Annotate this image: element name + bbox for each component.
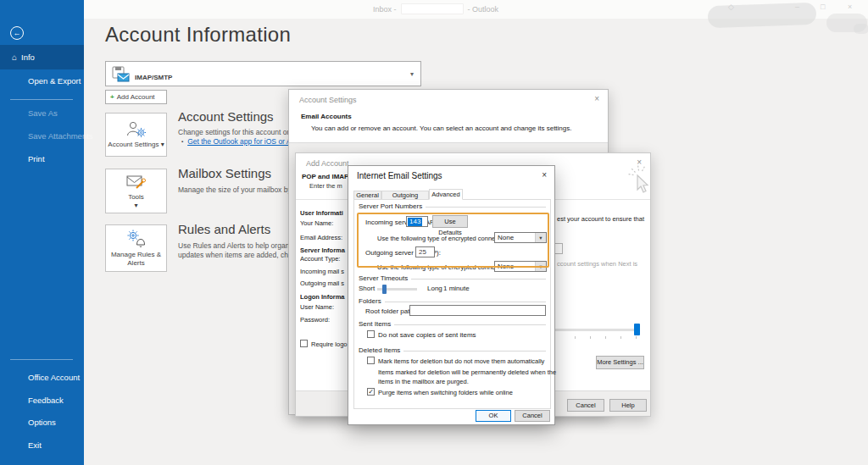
chevron-down-icon: ▾: [161, 141, 164, 148]
mail-offline-slider-track[interactable]: [555, 329, 639, 331]
outgoing-mail-server-label: Outgoing mail s: [300, 280, 349, 287]
sidebar-item-exit[interactable]: Exit: [28, 440, 42, 450]
logon-information-heading: Logon Informa: [300, 293, 349, 301]
sidebar-item-open-export[interactable]: Open & Export: [28, 76, 81, 86]
email-address-label: Email Address:: [300, 234, 349, 241]
close-icon[interactable]: ×: [542, 170, 547, 180]
purge-items-checkbox[interactable]: ✓: [367, 388, 375, 396]
user-name-label: User Name:: [300, 303, 349, 311]
account-selector[interactable]: IMAP/SMTP ▾: [105, 61, 421, 86]
require-logon-checkbox[interactable]: [300, 340, 308, 347]
sidebar-item-print[interactable]: Print: [28, 154, 45, 163]
encryption-dropdown-2[interactable]: None ▾: [494, 261, 547, 272]
sidebar-item-info[interactable]: ⌂Info: [0, 45, 84, 69]
user-information-heading: User Informati: [300, 209, 349, 217]
timeout-value: 1 minute: [443, 285, 470, 292]
encryption-value-2: None: [495, 262, 535, 271]
mark-items-deletion-checkbox[interactable]: [367, 357, 375, 364]
do-not-save-sent-checkbox[interactable]: [367, 330, 375, 338]
window-titlebar: Inbox - - Outlook ◇ – □ ×: [84, 0, 868, 19]
encryption-label-1: Use the following type of encrypted conn…: [377, 235, 510, 242]
ok-button[interactable]: OK: [476, 410, 511, 422]
deleted-items-group: Deleted Items: [359, 346, 546, 354]
tab-advanced[interactable]: Advanced: [429, 189, 463, 200]
pop-imap-heading: POP and IMAP: [302, 173, 348, 180]
sent-items-group: Sent Items: [359, 320, 546, 328]
mouse-click-cursor-icon: [627, 163, 653, 199]
cancel-button[interactable]: Cancel: [567, 399, 604, 412]
section-body-account-settings: Change settings for this account or set: [178, 128, 301, 136]
window-title: Inbox - - Outlook: [373, 3, 498, 14]
chevron-down-icon: ▾: [535, 233, 546, 242]
incoming-port-value: 143: [408, 218, 422, 226]
password-label: Password:: [300, 316, 349, 324]
section-body-rules-alerts-line2: updates when items are added, chang: [178, 251, 300, 259]
test-account-text-fragment: est your account to ensure that: [557, 215, 648, 223]
sidebar-item-feedback[interactable]: Feedback: [28, 396, 64, 405]
timeout-slider-handle[interactable]: [382, 285, 387, 294]
slider-tick: [605, 336, 606, 339]
mail-offline-slider-handle[interactable]: [634, 324, 640, 335]
mailbox-account-icon: [112, 66, 131, 83]
server-port-numbers-group: Server Port Numbers: [359, 202, 546, 210]
dialog-title: Add Account: [306, 159, 349, 168]
tile-label: Manage Rules & Alerts: [106, 251, 166, 267]
account-selector-value: IMAP/SMTP: [135, 74, 172, 81]
deletion-note-line2: items in the mailbox are purged.: [378, 378, 469, 385]
rules-gear-bell-icon: [125, 229, 147, 249]
timeout-long-label: Long: [427, 285, 442, 292]
your-name-label: Your Name:: [300, 219, 349, 227]
add-account-button[interactable]: +Add Account: [105, 90, 167, 104]
root-folder-path-input[interactable]: [409, 305, 546, 316]
section-heading-account-settings: Account Settings: [178, 109, 274, 124]
folders-group: Folders: [359, 297, 546, 305]
outlook-app-link-row: ▪Get the Outlook app for iOS or An: [181, 137, 295, 146]
use-defaults-button[interactable]: Use Defaults: [432, 215, 468, 228]
backstage-sidebar: ← ⌂Info Open & Export Save As Save Attac…: [0, 0, 84, 465]
close-icon[interactable]: ×: [848, 3, 852, 11]
section-body-mailbox-settings: Manage the size of your mailbox by e: [178, 185, 298, 194]
window-title-inbox: Inbox -: [373, 5, 397, 14]
outlook-backstage-screen: { "colors": { "sidebar_blue": "#1168B4",…: [0, 0, 868, 465]
sidebar-item-save-as: Save As: [28, 108, 58, 118]
incoming-port-input[interactable]: 143: [406, 216, 428, 227]
dialog-title: Internet Email Settings: [357, 171, 442, 180]
bullet-icon: ▪: [181, 139, 183, 144]
section-heading-rules-alerts: Rules and Alerts: [178, 222, 270, 236]
incoming-mail-server-label: Incoming mail s: [300, 268, 349, 275]
more-settings-button[interactable]: More Settings ...: [596, 356, 644, 369]
email-accounts-heading: Email Accounts: [301, 113, 352, 120]
sidebar-item-save-attachments: Save Attachments: [28, 131, 93, 141]
cancel-button[interactable]: Cancel: [515, 410, 550, 422]
input-fragment: [555, 243, 563, 254]
sidebar-item-options[interactable]: Options: [28, 418, 56, 427]
manage-rules-alerts-tile-button[interactable]: Manage Rules & Alerts: [105, 224, 167, 272]
account-type-label: Account Type:: [300, 255, 349, 263]
sidebar-item-office-account[interactable]: Office Account: [28, 373, 80, 382]
minimize-icon[interactable]: –: [795, 3, 799, 11]
chevron-down-icon: ▾: [410, 70, 414, 78]
help-button[interactable]: Help: [609, 399, 647, 412]
get-outlook-app-link[interactable]: Get the Outlook app for iOS or An: [187, 137, 295, 146]
account-settings-tile-button[interactable]: Account Settings ▾: [105, 113, 167, 157]
tile-label: Tools▾: [128, 193, 144, 209]
outgoing-port-input[interactable]: 25: [415, 246, 435, 257]
mailbox-tools-envelope-wrench-icon: [125, 173, 147, 191]
slider-tick: [620, 336, 621, 339]
close-icon[interactable]: ×: [594, 94, 599, 103]
sidebar-divider: [10, 99, 73, 100]
server-timeouts-group: Server Timeouts: [359, 274, 546, 282]
pop-imap-subheading: Enter the m: [309, 182, 342, 190]
tools-tile-button[interactable]: Tools▾: [105, 169, 167, 213]
purge-items-label: Purge items when switching folders while…: [378, 389, 513, 396]
back-icon[interactable]: ←: [10, 26, 24, 40]
root-folder-path-label: Root folder path:: [365, 307, 415, 315]
encryption-dropdown-1[interactable]: None ▾: [494, 232, 547, 243]
home-icon: ⌂: [12, 53, 17, 62]
restore-icon[interactable]: □: [821, 3, 825, 11]
auto-test-text-fragment: ccount settings when Next is: [557, 260, 648, 268]
chevron-down-icon: ▾: [134, 202, 137, 209]
email-accounts-description: You can add or remove an account. You ca…: [311, 125, 571, 132]
account-settings-person-gear-icon: [125, 120, 147, 139]
decorative-cloud: [708, 3, 817, 28]
